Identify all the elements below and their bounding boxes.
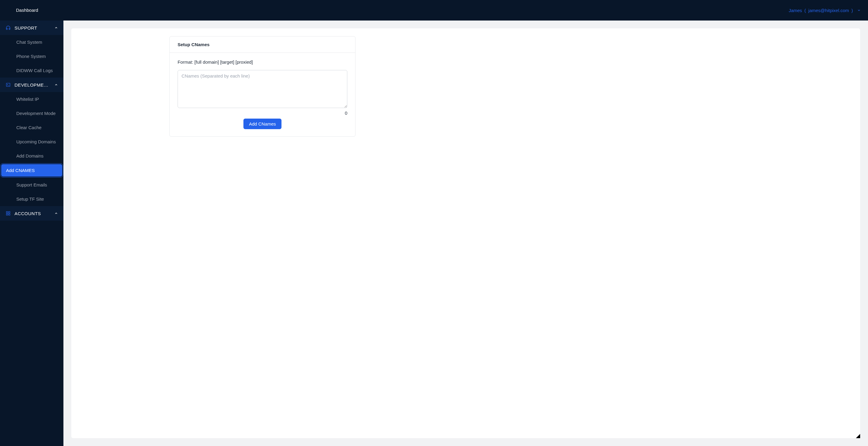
svg-rect-0 (6, 83, 10, 87)
char-counter: 0 (345, 110, 347, 115)
chevron-up-icon (54, 211, 58, 215)
svg-rect-3 (8, 211, 10, 213)
sidebar-item-whitelist-ip[interactable]: Whitelist IP (0, 92, 63, 106)
page-plate: Setup CNames Format: [full domain] [targ… (71, 28, 860, 438)
card-title: Setup CNames (170, 36, 355, 53)
headphones-icon (5, 25, 11, 31)
sidebar-item-chat-system[interactable]: Chat System (0, 35, 63, 49)
sidebar-item-didww-call-logs[interactable]: DIDWW Call Logs (0, 63, 63, 77)
sidebar-section-accounts[interactable]: ACCOUNTS (0, 206, 63, 220)
sidebar-section-development[interactable]: DEVELOPMEN... (0, 77, 63, 92)
sidebar-item-label: Add Domains (16, 153, 43, 159)
sidebar-section-support[interactable]: SUPPORT (0, 21, 63, 35)
grid-icon (5, 211, 11, 216)
sidebar-section-label: DEVELOPMEN... (14, 82, 51, 88)
add-cnames-button[interactable]: Add CNames (243, 118, 281, 129)
sidebar-item-label: Phone System (16, 54, 46, 59)
sidebar-section-label: ACCOUNTS (14, 211, 51, 216)
sidebar-section-label: SUPPORT (14, 25, 51, 31)
sidebar-item-label: Chat System (16, 39, 42, 45)
sidebar-item-add-domains[interactable]: Add Domains (0, 149, 63, 163)
sidebar-item-label: Setup TF Site (16, 197, 44, 202)
svg-rect-5 (8, 214, 10, 215)
sidebar-item-label: Development Mode (16, 111, 56, 116)
topbar: Dashboard James ( james@hitpixel.com ) (0, 0, 868, 21)
setup-cnames-card: Setup CNames Format: [full domain] [targ… (169, 36, 355, 137)
user-email: james@hitpixel.com (808, 8, 849, 13)
chevron-down-icon (857, 8, 861, 12)
sidebar-item-clear-cache[interactable]: Clear Cache (0, 121, 63, 135)
sidebar-item-setup-tf-site[interactable]: Setup TF Site (0, 192, 63, 206)
button-label: Add CNames (249, 121, 276, 127)
sidebar-item-phone-system[interactable]: Phone System (0, 49, 63, 63)
sidebar-item-label: Upcoming Domains (16, 139, 56, 144)
chevron-up-icon (54, 83, 58, 87)
svg-rect-2 (6, 211, 8, 213)
terminal-icon (5, 82, 11, 88)
paren-close: ) (851, 8, 853, 13)
sidebar-item-label: Support Emails (16, 182, 47, 187)
resize-handle-icon[interactable] (856, 434, 860, 438)
cnames-textarea[interactable] (178, 70, 347, 108)
sidebar: SUPPORT Chat System Phone System DIDWW C… (0, 21, 63, 446)
paren-open: ( (805, 8, 806, 13)
sidebar-item-add-cnames[interactable]: Add CNAMES (0, 163, 63, 178)
format-hint: Format: [full domain] [target] [proxied] (178, 60, 347, 65)
svg-rect-4 (6, 214, 8, 215)
page-title: Dashboard (16, 7, 38, 13)
sidebar-item-development-mode[interactable]: Development Mode (0, 106, 63, 121)
sidebar-item-label: DIDWW Call Logs (16, 68, 53, 73)
user-menu[interactable]: James ( james@hitpixel.com ) (788, 8, 861, 13)
sidebar-item-upcoming-domains[interactable]: Upcoming Domains (0, 135, 63, 149)
chevron-up-icon (54, 26, 58, 30)
sidebar-item-support-emails[interactable]: Support Emails (0, 178, 63, 192)
user-name: James (788, 8, 802, 13)
sidebar-item-label: Whitelist IP (16, 97, 39, 102)
sidebar-item-label: Clear Cache (16, 125, 41, 130)
sidebar-item-label: Add CNAMES (6, 168, 35, 173)
main-content: Setup CNames Format: [full domain] [targ… (63, 21, 868, 446)
